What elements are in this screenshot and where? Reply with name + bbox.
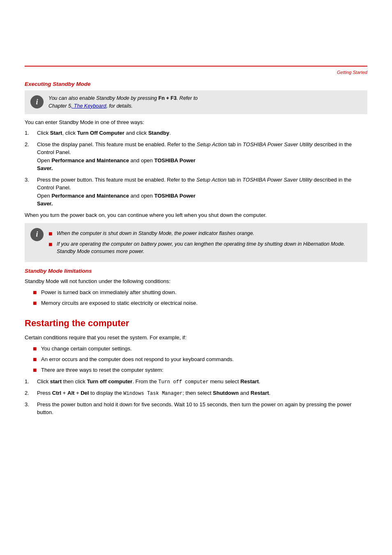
standby-intro: You can enter Standby Mode in one of thr… <box>25 118 367 127</box>
restart-step-3: 3. Press the power button and hold it do… <box>25 401 367 417</box>
standby-limitations-title: Standby Mode limitations <box>25 268 367 274</box>
step-3: 3. Press the power button. This feature … <box>25 176 367 208</box>
restart-step-3-num: 3. <box>25 401 37 409</box>
step-2: 2. Close the display panel. This feature… <box>25 140 367 173</box>
notes-list: ■ When the computer is shut down in Stan… <box>48 230 362 256</box>
info-notes-content: ■ When the computer is shut down in Stan… <box>48 227 362 258</box>
step-1: 1. Click Start, click Turn Off Computer … <box>25 129 367 137</box>
restarting-title: Restarting the computer <box>25 318 367 329</box>
bullet-sq-r2: ■ <box>33 355 41 364</box>
restarting-intro: Certain conditions require that you rese… <box>25 334 367 342</box>
page: Getting Started Executing Standby Mode i… <box>0 66 392 555</box>
step-3-perf: Performance and Maintenance <box>51 193 129 199</box>
note-1: ■ When the computer is shut down in Stan… <box>48 230 362 239</box>
bullet-sq-1: ■ <box>48 229 57 239</box>
page-header: Getting Started <box>25 66 367 75</box>
main-content: Executing Standby Mode i You can also en… <box>25 81 367 417</box>
r1-start: start <box>50 378 62 385</box>
bullet-sq-lim-1: ■ <box>33 288 41 297</box>
bullet-sq-2: ■ <box>48 240 57 249</box>
info-note-bold: Fn + F3 <box>159 95 177 101</box>
r2-ctrl: Ctrl <box>52 390 61 396</box>
restart-bullet-1: ■ You change certain computer settings. <box>33 345 367 354</box>
bullet-sq-r3: ■ <box>33 365 41 375</box>
keyboard-link[interactable]: , The Keyboard <box>71 103 106 109</box>
r1-mono: Turn off computer <box>158 379 208 385</box>
r1-turn-off: Turn off computer <box>87 378 132 385</box>
restart-step-2-content: Press Ctrl + Alt + Del to display the Wi… <box>37 389 367 397</box>
step-2-num: 2. <box>25 140 37 149</box>
limitations-list: ■ Power is turned back on immediately af… <box>33 288 367 308</box>
step-3-num: 3. <box>25 176 37 184</box>
note-1-text: When the computer is shut down in Standb… <box>57 230 254 237</box>
limitation-2: ■ Memory circuits are exposed to static … <box>33 299 367 308</box>
bullet-sq-lim-2: ■ <box>33 298 41 308</box>
restart-bullet-2-text: An error occurs and the computer does no… <box>41 355 234 364</box>
restart-steps: 1. Click start then click Turn off compu… <box>25 378 367 417</box>
info-note-prefix: You can also enable Standby Mode by pres… <box>48 95 159 101</box>
executing-standby-title: Executing Standby Mode <box>25 81 367 87</box>
bullet-sq-r1: ■ <box>33 344 41 354</box>
step-1-turn-off: Turn Off Computer <box>77 130 125 136</box>
step-1-content: Click Start, click Turn Off Computer and… <box>37 129 367 137</box>
r2-shutdown: Shutdown <box>213 390 239 396</box>
standby-steps: 1. Click Start, click Turn Off Computer … <box>25 129 367 208</box>
restart-bullet-2: ■ An error occurs and the computer does … <box>33 355 367 364</box>
limitation-2-text: Memory circuits are exposed to static el… <box>41 299 198 307</box>
restart-bullet-1-text: You change certain computer settings. <box>41 345 132 353</box>
step-2-perf: Performance and Maintenance <box>51 157 129 164</box>
step-3-setup: Setup Action <box>196 177 226 183</box>
info-icon: i <box>30 95 44 108</box>
limitation-1-text: Power is turned back on immediately afte… <box>41 288 177 297</box>
info-note-end: , for details. <box>106 103 133 109</box>
info-note-text: You can also enable Standby Mode by pres… <box>48 94 198 110</box>
r2-mono: Windows Task Manager <box>123 391 182 396</box>
restarting-bullets: ■ You change certain computer settings. … <box>33 345 367 375</box>
limitations-intro: Standby Mode will not function under the… <box>25 277 367 286</box>
note-2-text: If you are operating the computer on bat… <box>57 240 362 256</box>
restart-step-3-content: Press the power button and hold it down … <box>37 401 367 417</box>
step-1-num: 1. <box>25 129 37 137</box>
r2-del: Del <box>81 390 89 396</box>
restart-step-1-content: Click start then click Turn off computer… <box>37 378 367 386</box>
step-2-setup: Setup Action <box>197 141 227 147</box>
info-icon-2: i <box>30 228 44 241</box>
limitation-1: ■ Power is turned back on immediately af… <box>33 288 367 297</box>
restart-bullet-3-text: There are three ways to reset the comput… <box>41 366 164 374</box>
restart-step-1: 1. Click start then click Turn off compu… <box>25 378 367 386</box>
r2-alt: Alt <box>67 390 74 396</box>
standby-followup: When you turn the power back on, you can… <box>25 211 367 220</box>
info-box-notes: i ■ When the computer is shut down in St… <box>25 223 367 263</box>
step-1-start: Start <box>50 130 62 136</box>
restart-step-2-num: 2. <box>25 389 37 397</box>
r2-restart: Restart <box>251 390 269 396</box>
step-2-utility: TOSHIBA Power Saver Utility <box>243 141 313 147</box>
restart-step-1-num: 1. <box>25 378 37 386</box>
r1-restart: Restart <box>240 378 259 385</box>
step-1-standby: Standby <box>148 130 169 136</box>
note-2: ■ If you are operating the computer on b… <box>48 240 362 256</box>
step-3-content: Press the power button. This feature mus… <box>37 176 367 208</box>
section-label: Getting Started <box>337 70 367 75</box>
restart-step-2: 2. Press Ctrl + Alt + Del to display the… <box>25 389 367 397</box>
step-2-content: Close the display panel. This feature mu… <box>37 140 367 173</box>
step-3-utility: TOSHIBA Power Saver Utility <box>242 177 312 183</box>
info-box-standby: i You can also enable Standby Mode by pr… <box>25 90 367 114</box>
restart-bullet-3: ■ There are three ways to reset the comp… <box>33 366 367 375</box>
